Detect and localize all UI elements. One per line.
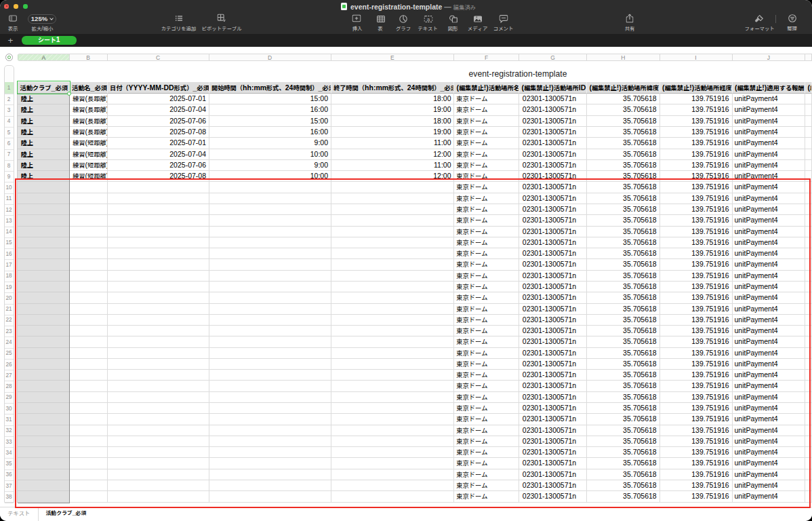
svg-text:a: a — [427, 16, 430, 22]
